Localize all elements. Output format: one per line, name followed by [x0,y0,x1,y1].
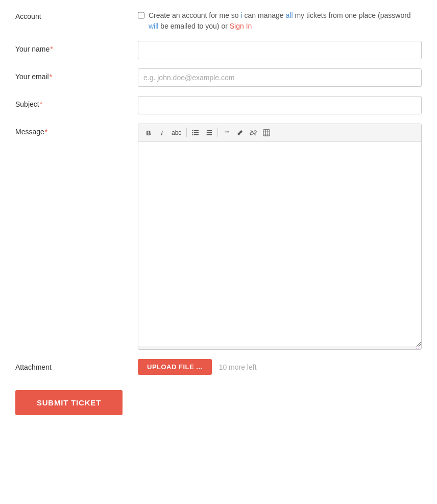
message-wrap: B I abc [138,124,422,350]
submit-ticket-button[interactable]: SUBMIT TICKET [15,390,123,415]
link-button[interactable] [234,127,246,139]
toolbar-separator-2 [217,128,218,137]
svg-rect-14 [263,130,270,136]
your-email-label: Your email* [15,68,138,81]
sign-in-link[interactable]: Sign In [230,22,252,30]
editor-resize-handle: ∷ [138,346,421,349]
your-name-required: * [50,45,53,53]
table-button[interactable] [260,127,273,139]
svg-rect-0 [194,130,199,131]
message-row: Message* B I abc [15,124,422,350]
attachment-row: Attachment UPLOAD FILE ... 10 more left [15,359,422,375]
your-name-wrap [138,41,422,59]
highlight-will: will [149,22,158,30]
your-name-row: Your name* [15,41,422,59]
subject-input[interactable] [138,96,422,114]
ordered-list-button[interactable]: 1. 2. 3. [203,127,215,139]
unlink-button[interactable] [247,127,259,139]
your-email-row: Your email* [15,68,422,87]
attachment-content: UPLOAD FILE ... 10 more left [138,359,422,375]
account-checkbox[interactable] [138,12,144,19]
toolbar-separator-1 [186,128,187,137]
svg-point-3 [192,130,193,131]
editor-container: B I abc [138,124,422,350]
submit-row: SUBMIT TICKET [15,390,422,415]
message-required: * [45,128,47,136]
upload-file-button[interactable]: UPLOAD FILE ... [138,359,212,375]
strikethrough-button[interactable]: abc [169,127,184,139]
more-left-text: 10 more left [219,363,257,371]
svg-text:3.: 3. [206,133,207,136]
svg-point-4 [192,132,193,133]
svg-point-5 [192,134,193,135]
account-row: Account Create an account for me so i ca… [15,10,422,32]
account-checkbox-row: Create an account for me so i can manage… [138,10,422,32]
italic-button[interactable]: I [156,127,168,139]
unordered-list-button[interactable] [189,127,202,139]
svg-rect-7 [207,132,212,133]
bold-button[interactable]: B [142,127,155,139]
svg-rect-8 [207,134,212,135]
your-name-label: Your name* [15,41,138,53]
your-email-required: * [50,73,52,81]
message-editor[interactable] [138,142,421,346]
blockquote-button[interactable]: ““ [221,127,233,139]
highlight-all: all [286,11,293,19]
message-label: Message* [15,124,138,136]
svg-rect-1 [194,132,199,133]
your-email-wrap [138,68,422,87]
subject-wrap [138,96,422,114]
your-name-input[interactable] [138,41,422,59]
account-content: Create an account for me so i can manage… [138,10,422,32]
account-label: Account [15,10,138,20]
subject-row: Subject* [15,96,422,114]
svg-rect-2 [194,134,199,135]
your-email-input[interactable] [138,68,422,87]
resize-dots-icon: ∷ [416,345,419,350]
italic-i: i [241,11,242,19]
svg-rect-6 [207,130,212,131]
attachment-label: Attachment [15,363,138,371]
subject-required: * [40,100,42,108]
editor-toolbar: B I abc [138,124,421,142]
account-description: Create an account for me so i can manage… [149,10,422,32]
subject-label: Subject* [15,96,138,108]
